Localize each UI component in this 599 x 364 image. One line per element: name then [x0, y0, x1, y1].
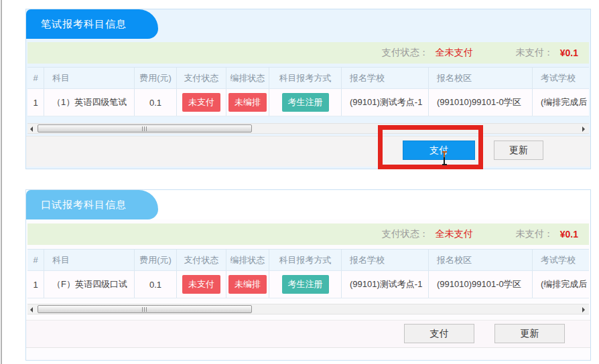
column-header: 报名学校	[342, 250, 429, 270]
scroll-right-icon[interactable]	[582, 126, 585, 132]
column-header: 费用(元)	[135, 250, 177, 270]
register-mode-badge: 考生注册	[282, 93, 329, 112]
register-school-cell: (99101)测试考点-1	[342, 89, 429, 116]
subject-cell: （F）英语四级口试	[44, 271, 135, 298]
column-header: 支付状态	[177, 68, 226, 88]
panel-title: 口试报考科目信息	[41, 199, 127, 210]
register-mode-cell: 考生注册	[269, 89, 342, 116]
pay-status-label: 支付状态：	[382, 228, 429, 240]
oral-panel-footer: 支付 更新	[26, 320, 590, 348]
column-header: 编排状态	[226, 68, 269, 88]
unpaid-label: 未支付：	[516, 228, 553, 240]
table-header-row: # 科目 费用(元) 支付状态 编排状态 科目报考方式 报名学校 报名校区 考试…	[27, 68, 589, 89]
written-panel-header: 笔试报考科目信息	[26, 9, 590, 39]
oral-panel-header: 口试报考科目信息	[26, 190, 590, 219]
panel-title: 笔试报考科目信息	[41, 18, 127, 29]
register-campus-cell: (991010)99101-0学区	[429, 271, 533, 298]
exam-payment-page: 笔试报考科目信息 支付状态： 全未支付 未支付： ¥0.1 # 科目 费用(元)…	[0, 0, 599, 364]
written-exam-panel: 笔试报考科目信息 支付状态： 全未支付 未支付： ¥0.1 # 科目 费用(元)…	[25, 9, 591, 169]
subject-cell: （1）英语四级笔试	[44, 89, 135, 116]
unpaid-label: 未支付：	[516, 47, 553, 59]
pay-status-cell: 未支付	[177, 89, 226, 116]
oral-exam-panel: 口试报考科目信息 支付状态： 全未支付 未支付： ¥0.1 # 科目 费用(元)…	[25, 189, 591, 361]
pay-status-value: 全未支付	[436, 228, 473, 240]
scroll-left-icon[interactable]	[30, 126, 33, 132]
unarranged-badge: 未编排	[228, 93, 267, 112]
horizontal-scrollbar[interactable]	[27, 304, 589, 314]
oral-subjects-table: # 科目 费用(元) 支付状态 编排状态 科目报考方式 报名学校 报名校区 考试…	[27, 249, 589, 298]
update-button[interactable]: 更新	[494, 141, 543, 160]
fee-cell: 0.1	[135, 271, 177, 298]
column-header: #	[27, 68, 44, 88]
column-header: 科目	[44, 250, 135, 270]
payment-status-bar: 支付状态： 全未支付 未支付： ¥0.1	[27, 42, 589, 64]
table-row[interactable]: 1 （F）英语四级口试 0.1 未支付 未编排 考生注册 (99101)测试考点…	[27, 271, 589, 298]
column-header: 支付状态	[177, 250, 226, 270]
written-panel-title-tab: 笔试报考科目信息	[26, 9, 158, 39]
column-header: #	[27, 250, 44, 270]
column-header: 报名校区	[429, 250, 533, 270]
fee-cell: 0.1	[135, 89, 177, 116]
column-header: 科目报考方式	[269, 68, 342, 88]
pay-status-label: 支付状态：	[382, 47, 429, 59]
column-header: 报名学校	[342, 68, 429, 88]
table-header-row: # 科目 费用(元) 支付状态 编排状态 科目报考方式 报名学校 报名校区 考试…	[27, 250, 589, 271]
arrange-status-cell: 未编排	[226, 89, 269, 116]
register-school-cell: (99101)测试考点-1	[342, 271, 429, 298]
scroll-left-icon[interactable]	[30, 307, 33, 312]
unpaid-amount: ¥0.1	[560, 229, 578, 240]
horizontal-scrollbar[interactable]	[27, 123, 589, 134]
pay-status-value: 全未支付	[436, 47, 473, 59]
column-header: 科目	[44, 68, 135, 88]
register-campus-cell: (991010)99101-0学区	[429, 89, 533, 116]
scrollbar-grip-icon	[142, 126, 147, 131]
pay-button[interactable]: 支付	[404, 324, 474, 343]
register-mode-cell: 考生注册	[269, 271, 342, 298]
scrollbar-thumb[interactable]	[38, 124, 252, 132]
column-header: 考试学校	[533, 68, 589, 88]
written-panel-footer: 支付 更新	[26, 136, 590, 167]
table-row[interactable]: 1 （1）英语四级笔试 0.1 未支付 未编排 考生注册 (99101)测试考点…	[27, 89, 589, 116]
column-header: 费用(元)	[135, 68, 177, 88]
scrollbar-grip-icon	[142, 307, 147, 312]
scroll-right-icon[interactable]	[582, 307, 585, 312]
row-index: 1	[27, 89, 44, 116]
arrange-status-cell: 未编排	[226, 271, 269, 298]
exam-school-cell: (编排完成后	[533, 271, 589, 298]
row-index: 1	[27, 271, 44, 298]
exam-school-cell: (编排完成后	[533, 89, 589, 116]
oral-panel-title-tab: 口试报考科目信息	[26, 190, 158, 219]
spacer	[26, 298, 590, 304]
written-subjects-table: # 科目 费用(元) 支付状态 编排状态 科目报考方式 报名学校 报名校区 考试…	[27, 67, 589, 116]
payment-status-bar: 支付状态： 全未支付 未支付： ¥0.1	[27, 223, 589, 245]
column-header: 科目报考方式	[269, 250, 342, 270]
unpaid-badge: 未支付	[182, 275, 220, 294]
column-header: 考试学校	[533, 250, 589, 270]
spacer	[26, 116, 590, 123]
scrollbar-thumb[interactable]	[38, 305, 252, 313]
unpaid-amount: ¥0.1	[560, 48, 578, 58]
pay-button[interactable]: 支付	[403, 141, 475, 160]
update-button[interactable]: 更新	[494, 324, 565, 343]
unpaid-badge: 未支付	[182, 93, 220, 112]
page-left-rule	[1, 0, 2, 364]
register-mode-badge: 考生注册	[282, 275, 329, 294]
column-header: 编排状态	[226, 250, 269, 270]
unarranged-badge: 未编排	[228, 275, 267, 294]
pay-status-cell: 未支付	[177, 271, 226, 298]
column-header: 报名校区	[429, 68, 533, 88]
